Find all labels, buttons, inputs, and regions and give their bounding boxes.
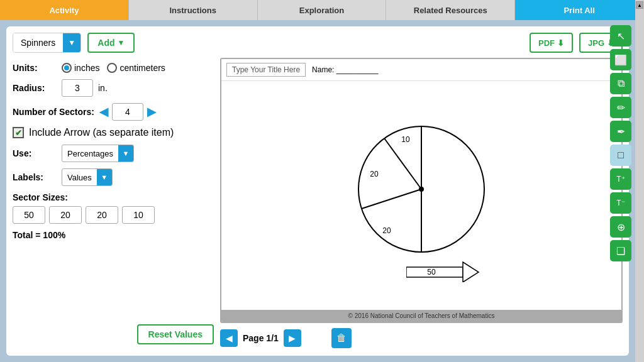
label-sector3: 20 — [370, 170, 379, 178]
sectors-increase-button[interactable]: ▶ — [147, 105, 156, 119]
main-content: Spinners ▼ Add ▼ PDF ⬇ JPG ⬇ Units: — [0, 20, 635, 362]
add-page-button[interactable]: ⊕ — [610, 216, 631, 238]
units-label: Units: — [13, 63, 57, 73]
color-icon: □ — [618, 150, 624, 161]
pencil-tool-button[interactable]: ✏ — [610, 97, 631, 118]
page-next-button[interactable]: ▶ — [284, 329, 301, 347]
arrow-svg: 50 — [406, 260, 482, 282]
svg-point-5 — [419, 187, 424, 192]
eraser-icon: ⬜ — [614, 54, 627, 66]
text-smaller-button[interactable]: T⁻ — [610, 192, 631, 214]
copy-tool-button[interactable]: ⧉ — [610, 73, 631, 94]
add-page-icon: ⊕ — [617, 221, 625, 233]
pdf-button[interactable]: PDF ⬇ — [530, 33, 573, 53]
left-bottom: Reset Values — [13, 322, 214, 344]
tab-print-all[interactable]: Print All — [515, 0, 644, 20]
preview-header: Type Your Title Here Name: __________ — [221, 59, 621, 81]
top-nav: Activity Instructions Exploration Relate… — [0, 0, 644, 20]
trash-icon: 🗑 — [336, 332, 347, 344]
tab-instructions[interactable]: Instructions — [129, 0, 258, 20]
include-arrow-label: Include Arrow (as separate item) — [29, 127, 174, 138]
preview-card: Type Your Title Here Name: __________ — [220, 58, 623, 323]
left-panel: Units: inches centimeters Radius: — [13, 58, 214, 349]
sectors-label: Number of Sectors: — [13, 107, 94, 117]
copy-icon: ⧉ — [618, 78, 625, 89]
use-label: Use: — [13, 148, 57, 158]
labels-dropdown[interactable]: Values ▼ — [62, 168, 113, 186]
pencil-icon: ✏ — [617, 102, 625, 114]
reset-button[interactable]: Reset Values — [137, 324, 214, 344]
sectors-decrease-button[interactable]: ◀ — [99, 105, 108, 119]
sector-sizes-label: Sector Sizes: — [13, 192, 214, 202]
units-row: Units: inches centimeters — [13, 63, 214, 73]
radio-inches-circle[interactable] — [62, 63, 72, 73]
highlight-tool-button[interactable]: ✒ — [610, 121, 631, 142]
preview-footer: © 2016 National Council of Teachers of M… — [221, 310, 621, 322]
total-label: Total = 100% — [13, 230, 214, 240]
tab-related-resources[interactable]: Related Resources — [386, 0, 515, 20]
scrollbar[interactable]: ▲ — [635, 0, 644, 362]
arrow-indicator: 50 — [406, 260, 482, 285]
scroll-up[interactable]: ▲ — [636, 1, 643, 9]
tab-exploration[interactable]: Exploration — [258, 0, 387, 20]
duplicate-icon: ❑ — [616, 245, 625, 257]
use-value: Percentages — [62, 149, 118, 158]
radio-cm[interactable]: centimeters — [107, 63, 165, 73]
sector-input-3[interactable] — [86, 206, 118, 224]
dropdown-label: Spinners — [13, 33, 63, 52]
panel: Spinners ▼ Add ▼ PDF ⬇ JPG ⬇ Units: — [6, 26, 629, 356]
sector-input-4[interactable] — [122, 206, 155, 224]
use-row: Use: Percentages ▼ — [13, 145, 214, 162]
spinner-svg: 20 20 10 — [340, 107, 503, 283]
labels-dropdown-arrow-icon[interactable]: ▼ — [97, 169, 112, 185]
cursor-icon: ↖ — [617, 30, 625, 42]
trash-button[interactable]: 🗑 — [331, 328, 352, 348]
text-minus-icon: T⁻ — [616, 199, 625, 207]
right-toolbar: ↖ ⬜ ⧉ ✏ ✒ □ T⁺ T⁻ ⊕ ❑ — [610, 20, 635, 266]
include-arrow-row: ✔ Include Arrow (as separate item) — [13, 127, 214, 138]
sectors-input[interactable] — [112, 103, 143, 121]
tab-activity[interactable]: Activity — [0, 0, 129, 20]
sectors-nav: ◀ ▶ — [99, 103, 156, 121]
preview-body: 20 20 10 — [221, 81, 621, 310]
preview-title[interactable]: Type Your Title Here — [226, 63, 306, 77]
radio-cm-circle[interactable] — [107, 63, 117, 73]
radius-input[interactable] — [62, 79, 93, 97]
checkmark-icon: ✔ — [15, 128, 22, 138]
arrow-label: 50 — [427, 268, 436, 277]
sector-input-1[interactable] — [13, 206, 45, 224]
cursor-tool-button[interactable]: ↖ — [610, 25, 631, 47]
eraser-tool-button[interactable]: ⬜ — [610, 49, 631, 70]
text-plus-icon: T⁺ — [616, 175, 625, 184]
use-dropdown-arrow-icon[interactable]: ▼ — [118, 145, 133, 162]
labels-label: Labels: — [13, 172, 57, 182]
use-dropdown[interactable]: Percentages ▼ — [62, 145, 134, 162]
svg-marker-8 — [463, 262, 479, 282]
text-larger-button[interactable]: T⁺ — [610, 168, 631, 190]
radius-unit: in. — [98, 83, 108, 93]
color-tool-button[interactable]: □ — [610, 145, 631, 166]
sector-sizes-section: Sector Sizes: — [13, 192, 214, 224]
content-row: Units: inches centimeters Radius: — [13, 58, 623, 349]
sector-input-2[interactable] — [49, 206, 82, 224]
page-nav-row: ◀ Page 1/1 ▶ 🗑 — [220, 327, 623, 349]
page-prev-button[interactable]: ◀ — [220, 329, 238, 347]
radius-label: Radius: — [13, 83, 57, 93]
radio-inches[interactable]: inches — [62, 63, 99, 73]
page-label: Page 1/1 — [243, 333, 279, 343]
labels-row: Labels: Values ▼ — [13, 168, 214, 186]
labels-value: Values — [62, 173, 97, 182]
add-button[interactable]: Add ▼ — [87, 33, 135, 53]
preview-name-field: Name: __________ — [312, 65, 378, 74]
radius-row: Radius: in. — [13, 79, 214, 97]
highlight-icon: ✒ — [617, 126, 625, 138]
units-radio-group: inches centimeters — [62, 63, 165, 73]
spinners-dropdown[interactable]: Spinners ▼ — [13, 33, 81, 53]
right-panel: Type Your Title Here Name: __________ — [220, 58, 623, 349]
pdf-download-icon: ⬇ — [557, 38, 564, 48]
dropdown-arrow-icon[interactable]: ▼ — [63, 33, 80, 52]
include-arrow-checkbox[interactable]: ✔ — [13, 127, 24, 138]
duplicate-page-button[interactable]: ❑ — [610, 240, 631, 261]
toolbar: Spinners ▼ Add ▼ PDF ⬇ JPG ⬇ — [13, 33, 623, 53]
sectors-row: Number of Sectors: ◀ ▶ — [13, 103, 214, 121]
